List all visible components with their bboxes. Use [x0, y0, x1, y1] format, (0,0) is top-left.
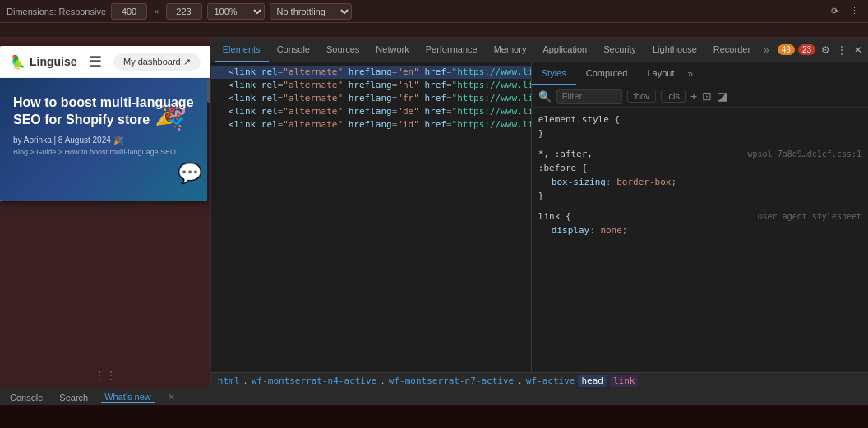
tab-recorder[interactable]: Recorder: [705, 38, 759, 62]
customize-icon[interactable]: ⋮: [835, 44, 848, 57]
close-brace-1: }: [538, 128, 544, 139]
logo-bird-icon: 🦜: [10, 54, 26, 70]
more-options-icon[interactable]: ⋮: [847, 4, 861, 19]
width-input[interactable]: [111, 3, 147, 20]
throttle-select[interactable]: No throttling: [270, 3, 352, 20]
whatsnew-close-icon[interactable]: ✕: [168, 392, 175, 403]
ruler-area: [0, 23, 868, 38]
link-selector: link {: [538, 211, 571, 222]
breadcrumb-wf-active[interactable]: wf-active: [526, 375, 575, 386]
resize-handle[interactable]: ⋮⋮: [94, 369, 117, 382]
tab-application[interactable]: Application: [534, 38, 595, 62]
tab-lighthouse[interactable]: Lighthouse: [644, 38, 705, 62]
dimension-separator: ×: [154, 7, 159, 16]
breadcrumb-head[interactable]: head: [578, 375, 607, 387]
styles-content: element.style { } *, :after, wpsol_7a8d9…: [532, 108, 868, 372]
site-logo: 🦜 Linguise: [10, 54, 77, 70]
rotate-icon[interactable]: ⟳: [827, 4, 842, 19]
pseudo-state-button[interactable]: :hov: [627, 90, 656, 103]
styles-panel: Styles Computed Layout » 🔍 :hov .cls + ⊡…: [532, 62, 868, 372]
style-rule-element: element.style { }: [538, 113, 861, 140]
devtools-toolbar: Dimensions: Responsive × 100% No throttl…: [0, 0, 868, 23]
ruler-horizontal: [0, 23, 868, 37]
console-tab-whatsnew[interactable]: What's new: [101, 392, 155, 403]
styles-more-icon[interactable]: »: [688, 68, 694, 80]
html-line-4[interactable]: <link rel="alternate" hreflang="de" href…: [211, 105, 531, 118]
style-source-1: wpsol_7a8d9…dc1cf.css:1: [748, 147, 861, 161]
style-rule-link: link { user agent stylesheet display: no…: [538, 209, 861, 237]
console-tab-search[interactable]: Search: [56, 393, 91, 403]
height-input[interactable]: [166, 3, 202, 20]
breadcrumb-class2[interactable]: wf-montserrat-n7-active: [389, 375, 514, 386]
hero-title: How to boost multi-language SEO for Shop…: [13, 94, 197, 129]
close-devtools-icon[interactable]: ✕: [852, 44, 865, 57]
hero-breadcrumb: Blog > Guide > How to boost multi-langua…: [13, 148, 197, 156]
breadcrumb-bar: html . wf-montserrat-n4-active . wf-mont…: [211, 372, 868, 389]
style-prop-box-sizing: box-sizing: border-box;: [538, 175, 861, 189]
add-style-icon[interactable]: +: [690, 90, 697, 103]
tab-elements[interactable]: Elements: [215, 38, 269, 62]
site-header: 🦜 Linguise ☰ My dashboard ↗: [0, 46, 210, 78]
html-line-1[interactable]: <link rel="alternate" hreflang="en" href…: [211, 66, 531, 79]
hero-decoration-2: 💬: [178, 162, 202, 185]
element-selector: element.style {: [538, 114, 620, 125]
tab-security[interactable]: Security: [595, 38, 644, 62]
site-hero: How to boost multi-language SEO for Shop…: [0, 78, 210, 201]
tab-performance[interactable]: Performance: [418, 38, 486, 62]
device-frame: 🦜 Linguise ☰ My dashboard ↗ How to boost…: [0, 46, 210, 201]
filter-icon: 🔍: [538, 90, 552, 103]
panels-area: <link rel="alternate" hreflang="en" href…: [211, 62, 868, 372]
preview-pane: 🦜 Linguise ☰ My dashboard ↗ How to boost…: [0, 38, 210, 389]
dashboard-button[interactable]: My dashboard ↗: [113, 53, 201, 71]
shadow-editor-icon[interactable]: ◪: [717, 90, 727, 103]
devtools-tabs: Elements Console Sources Network Perform…: [211, 38, 868, 62]
styles-tabs: Styles Computed Layout »: [532, 62, 868, 85]
universal-selector: *, :after,: [538, 149, 593, 159]
tab-sources[interactable]: Sources: [318, 38, 367, 62]
close-brace-2: }: [538, 191, 544, 201]
logo-text: Linguise: [30, 55, 77, 68]
hero-meta: by Aorinka | 8 August 2024 🎉: [13, 136, 197, 145]
style-source-2: user agent stylesheet: [758, 209, 861, 223]
settings-icon[interactable]: ⚙: [819, 44, 832, 57]
styles-filter-input[interactable]: [556, 89, 622, 104]
computed-toggle-icon[interactable]: ⊡: [702, 90, 712, 103]
dimensions-label: Dimensions: Responsive: [7, 7, 106, 16]
styles-toolbar: 🔍 :hov .cls + ⊡ ◪: [532, 85, 868, 108]
devtools-panel: Elements Console Sources Network Perform…: [210, 38, 868, 389]
cls-button[interactable]: .cls: [661, 90, 686, 103]
tab-layout[interactable]: Layout: [638, 62, 685, 85]
tab-computed[interactable]: Computed: [576, 62, 638, 85]
console-bar: Console Search What's new ✕: [0, 389, 868, 405]
tab-network[interactable]: Network: [367, 38, 417, 62]
tab-styles[interactable]: Styles: [532, 62, 576, 85]
warning-badge: 49: [778, 44, 795, 55]
tab-console[interactable]: Console: [269, 38, 318, 62]
main-area: 🦜 Linguise ☰ My dashboard ↗ How to boost…: [0, 38, 868, 389]
html-line-2[interactable]: <link rel="alternate" hreflang="nl" href…: [211, 79, 531, 92]
before-selector: :before {: [538, 163, 588, 173]
style-prop-display: display: none;: [538, 223, 861, 237]
html-line-5[interactable]: <link rel="alternate" hreflang="id" href…: [211, 118, 531, 131]
style-rule-box-sizing: *, :after, wpsol_7a8d9…dc1cf.css:1 :befo…: [538, 147, 861, 203]
tabs-overflow-button[interactable]: »: [759, 44, 774, 56]
scroll-thumb[interactable]: [207, 78, 210, 103]
breadcrumb-class[interactable]: wf-montserrat-n4-active: [252, 375, 376, 386]
zoom-select[interactable]: 100%: [207, 3, 265, 20]
breadcrumb-link[interactable]: link: [610, 375, 639, 387]
console-tab-console[interactable]: Console: [7, 393, 46, 403]
breadcrumb-html[interactable]: html: [218, 375, 240, 386]
scroll-indicator: [207, 78, 210, 201]
html-panel: <link rel="alternate" hreflang="en" href…: [211, 62, 532, 372]
hamburger-button[interactable]: ☰: [85, 53, 105, 71]
error-badge: 23: [798, 44, 815, 55]
html-line-3[interactable]: <link rel="alternate" hreflang="fr" href…: [211, 92, 531, 105]
tab-memory[interactable]: Memory: [486, 38, 535, 62]
